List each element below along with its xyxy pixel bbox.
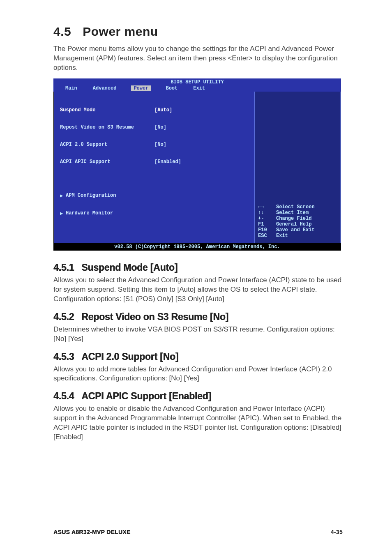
subsection-number: 4.5.1 [53, 262, 74, 273]
title-text: Power menu [83, 25, 158, 38]
bios-tab-boot[interactable]: Boot [165, 85, 178, 91]
subsection-number: 4.5.2 [53, 311, 74, 322]
bios-item-label: Repost Video on S3 Resume [60, 124, 154, 130]
subsection-heading-4: 4.5.4ACPI APIC Support [Enabled] [53, 391, 343, 402]
bios-item-label: ACPI 2.0 Support [60, 142, 154, 147]
subsection-heading-3: 4.5.3ACPI 2.0 Support [No] [53, 351, 343, 362]
bios-submenu-label: APM Configuration [66, 193, 116, 199]
bios-help-pane: ←→Select Screen ↑↓Select Item +-Change F… [254, 92, 341, 243]
bios-tab-power[interactable]: Power [131, 85, 151, 91]
bios-submenu-hw[interactable]: ▶ Hardware Monitor [60, 210, 249, 216]
bios-copyright: v02.58 (C)Copyright 1985-2005, American … [53, 244, 341, 251]
help-select-screen: Select Screen [276, 204, 315, 210]
key-f1: F1 [258, 221, 276, 227]
bios-tab-exit[interactable]: Exit [192, 85, 206, 91]
subsection-body-4: Allows you to enable or disable the Adva… [53, 404, 343, 442]
subsection-title: Repost Video on S3 Resume [No] [81, 311, 228, 322]
bios-item-acpi-apic[interactable]: ACPI APIC Support [Enabled] [60, 159, 249, 165]
bios-item-value: [No] [154, 142, 166, 147]
subsection-heading-1: 4.5.1Suspend Mode [Auto] [53, 262, 343, 273]
bios-tab-main[interactable]: Main [65, 85, 78, 91]
subsection-title: Suspend Mode [Auto] [81, 262, 178, 273]
bios-item-label: Suspend Mode [60, 107, 154, 113]
key-plusminus: +- [258, 216, 276, 221]
key-f10: F10 [258, 227, 276, 233]
triangle-right-icon: ▶ [60, 210, 66, 216]
key-arrows-ud: ↑↓ [258, 210, 276, 216]
bios-tabs: Main Advanced Power Boot Exit [54, 85, 341, 91]
subsection-title: ACPI 2.0 Support [No] [81, 351, 178, 362]
bios-item-value: [Enabled] [154, 159, 181, 165]
bios-tab-advanced[interactable]: Advanced [92, 85, 118, 91]
bios-item-value: [Auto] [154, 107, 172, 113]
footer-model: ASUS A8R32-MVP DELUXE [53, 529, 131, 535]
bios-submenu-label: Hardware Monitor [66, 210, 113, 216]
help-exit: Exit [276, 233, 288, 239]
bios-utility-title: BIOS SETUP UTILITY [54, 79, 341, 85]
bios-screenshot: BIOS SETUP UTILITY Main Advanced Power B… [53, 78, 341, 251]
help-general-help: General Help [276, 221, 311, 227]
help-change-field: Change Field [276, 216, 311, 221]
bios-item-value: [No] [154, 124, 166, 130]
subsection-number: 4.5.4 [53, 391, 74, 401]
triangle-right-icon: ▶ [60, 193, 66, 199]
help-save-exit: Save and Exit [276, 227, 315, 233]
key-esc: ESC [258, 233, 276, 239]
bios-submenu-apm[interactable]: ▶ APM Configuration [60, 193, 249, 199]
subsection-heading-2: 4.5.2Repost Video on S3 Resume [No] [53, 311, 343, 322]
page-footer: ASUS A8R32-MVP DELUXE 4-35 [53, 526, 343, 535]
help-select-item: Select Item [276, 210, 309, 216]
key-arrows-lr: ←→ [258, 204, 276, 210]
intro-paragraph: The Power menu items allow you to change… [53, 44, 343, 73]
subsection-number: 4.5.3 [53, 351, 74, 362]
bios-item-suspend[interactable]: Suspend Mode [Auto] [60, 107, 249, 113]
subsection-body-2: Determines whether to invoke VGA BIOS PO… [53, 325, 343, 344]
bios-item-repost[interactable]: Repost Video on S3 Resume [No] [60, 124, 249, 130]
subsection-body-3: Allows you to add more tables for Advanc… [53, 365, 343, 384]
title-number: 4.5 [53, 25, 71, 38]
footer-page-number: 4-35 [331, 529, 343, 535]
subsection-title: ACPI APIC Support [Enabled] [81, 391, 211, 401]
bios-item-label: ACPI APIC Support [60, 159, 154, 165]
page-title: 4.5Power menu [53, 25, 343, 39]
subsection-body-1: Allows you to select the Advanced Config… [53, 276, 343, 304]
bios-left-pane: Suspend Mode [Auto] Repost Video on S3 R… [54, 92, 254, 243]
bios-item-acpi20[interactable]: ACPI 2.0 Support [No] [60, 142, 249, 147]
